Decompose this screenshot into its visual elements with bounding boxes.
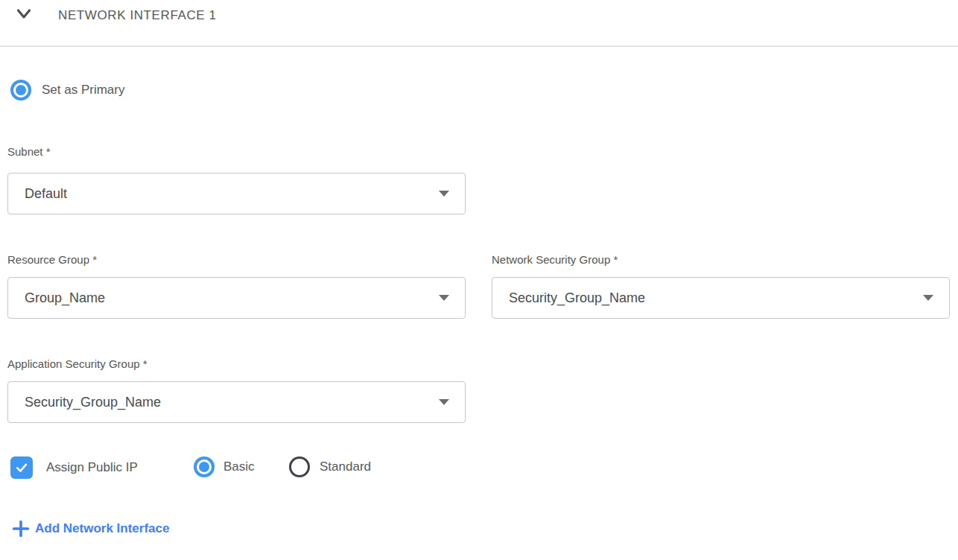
resource-group-select[interactable]: Group_Name <box>7 277 466 319</box>
checkbox-checked-icon[interactable] <box>10 456 33 479</box>
basic-radio-group[interactable]: Basic <box>194 456 255 477</box>
standard-radio-group[interactable]: Standard <box>289 456 371 477</box>
assign-public-ip-label: Assign Public IP <box>46 460 138 475</box>
basic-radio-label: Basic <box>223 459 255 474</box>
primary-radio-label: Set as Primary <box>42 83 124 98</box>
standard-radio-unselected-icon[interactable] <box>289 456 310 477</box>
caret-down-icon <box>923 295 933 301</box>
subnet-select[interactable]: Default <box>7 173 466 214</box>
primary-radio-selected-icon[interactable] <box>10 80 31 101</box>
basic-radio-selected-icon[interactable] <box>194 456 215 477</box>
caret-down-icon <box>439 295 449 301</box>
resource-group-label: Resource Group * <box>7 253 97 266</box>
subnet-label: Subnet * <box>7 145 51 158</box>
standard-radio-label: Standard <box>320 459 371 474</box>
section-divider <box>0 45 958 47</box>
resource-group-value: Group_Name <box>25 290 105 306</box>
caret-down-icon <box>439 399 449 405</box>
add-network-interface-button[interactable]: Add Network Interface <box>12 520 169 538</box>
application-security-group-value: Security_Group_Name <box>25 395 161 410</box>
assign-public-ip-checkbox-group[interactable]: Assign Public IP <box>10 456 138 479</box>
chevron-down-icon <box>16 12 31 23</box>
add-network-interface-label: Add Network Interface <box>35 521 169 536</box>
application-security-group-select[interactable]: Security_Group_Name <box>7 381 466 423</box>
plus-icon <box>12 520 30 538</box>
network-security-group-select[interactable]: Security_Group_Name <box>492 277 950 319</box>
network-interface-section-header: NETWORK INTERFACE 1 <box>0 0 958 30</box>
network-security-group-value: Security_Group_Name <box>509 290 645 306</box>
collapse-section-button[interactable] <box>16 8 31 21</box>
subnet-value: Default <box>25 186 67 202</box>
set-as-primary-radio-group[interactable]: Set as Primary <box>10 80 124 101</box>
application-security-group-label: Application Security Group * <box>7 357 147 370</box>
network-security-group-label: Network Security Group * <box>492 253 618 266</box>
section-title: NETWORK INTERFACE 1 <box>58 8 217 23</box>
caret-down-icon <box>439 191 449 197</box>
